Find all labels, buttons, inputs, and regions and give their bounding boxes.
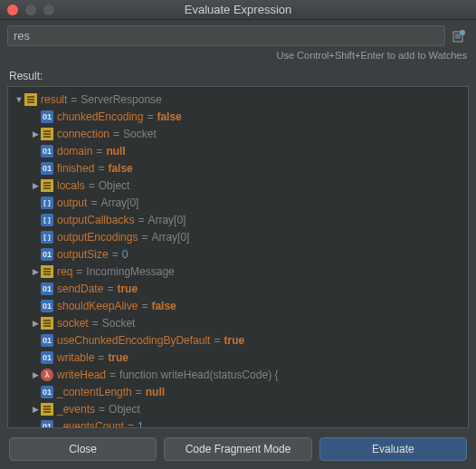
close-window-button[interactable]	[7, 5, 18, 15]
result-tree[interactable]: ▼result=ServerResponse▶01chunkedEncoding…	[7, 86, 469, 428]
field-name: _events	[57, 403, 95, 416]
svg-rect-22	[43, 320, 51, 321]
equals-separator: =	[113, 128, 119, 140]
primitive-icon: 01	[41, 300, 53, 312]
svg-rect-24	[43, 325, 51, 327]
field-name: useChunkedEncodingByDefault	[57, 334, 210, 347]
primitive-icon: 01	[41, 162, 53, 175]
svg-rect-12	[43, 136, 51, 138]
field-value: 1	[138, 420, 144, 429]
tree-row[interactable]: ▶01outputSize=0	[8, 245, 468, 263]
equals-separator: =	[98, 351, 104, 364]
field-value: Object	[109, 403, 140, 416]
field-value: Array[0]	[148, 214, 186, 226]
tree-row[interactable]: ▶[ ]output=Array[0]	[8, 194, 468, 211]
primitive-icon: 01	[41, 334, 53, 347]
zoom-window-button[interactable]	[43, 5, 54, 15]
tree-row[interactable]: ▶connection=Socket	[8, 125, 468, 142]
equals-separator: =	[76, 265, 82, 278]
equals-separator: =	[136, 386, 142, 398]
equals-separator: =	[89, 179, 95, 192]
tree-row[interactable]: ▶01chunkedEncoding=false	[8, 108, 468, 125]
evaluate-button[interactable]: Evaluate	[319, 437, 467, 461]
expand-arrow-icon[interactable]: ▶	[30, 405, 41, 414]
tree-row[interactable]: ▶01domain=null	[8, 142, 468, 159]
field-value: Object	[99, 179, 130, 192]
history-button[interactable]	[449, 25, 469, 46]
svg-rect-8	[27, 101, 34, 103]
svg-rect-14	[43, 182, 51, 184]
field-value: function writeHead(statusCode) {	[119, 368, 278, 381]
equals-separator: =	[112, 248, 119, 261]
equals-separator: =	[214, 334, 220, 347]
tree-row[interactable]: ▶[ ]outputCallbacks=Array[0]	[8, 211, 468, 228]
minimize-window-button[interactable]	[25, 5, 36, 15]
expand-arrow-icon[interactable]: ▶	[30, 319, 41, 328]
code-fragment-mode-button[interactable]: Code Fragment Mode	[164, 437, 311, 461]
equals-separator: =	[109, 368, 116, 381]
field-name: domain	[57, 145, 92, 158]
svg-rect-15	[43, 185, 51, 187]
button-row: Close Code Fragment Mode Evaluate	[0, 428, 476, 469]
field-name: outputCallbacks	[57, 214, 134, 226]
expression-row	[0, 20, 476, 48]
tree-row[interactable]: ▶socket=Socket	[8, 314, 468, 331]
equals-separator: =	[138, 214, 144, 226]
field-value: true	[224, 334, 244, 347]
result-label: Result:	[0, 66, 476, 86]
equals-separator: =	[99, 403, 105, 416]
tree-row[interactable]: ▼result=ServerResponse	[8, 91, 468, 108]
equals-separator: =	[141, 300, 148, 312]
field-name: connection	[57, 128, 109, 140]
field-value: Socket	[102, 317, 136, 330]
array-icon: [ ]	[41, 231, 53, 244]
object-icon	[41, 403, 53, 416]
tree-row[interactable]: ▶01useChunkedEncodingByDefault=true	[8, 331, 468, 349]
field-name: result	[41, 93, 67, 106]
svg-rect-20	[43, 273, 51, 275]
primitive-icon: 01	[41, 420, 53, 429]
field-name: socket	[57, 317, 89, 330]
tree-row[interactable]: ▶01finished=false	[8, 159, 468, 177]
expand-arrow-icon[interactable]: ▶	[30, 267, 41, 276]
object-icon	[41, 179, 53, 192]
tree-row[interactable]: ▶01sendDate=true	[8, 280, 468, 297]
object-icon	[41, 317, 53, 330]
svg-rect-28	[43, 411, 51, 413]
field-value: 0	[122, 248, 129, 261]
field-value: false	[108, 162, 132, 175]
primitive-icon: 01	[41, 282, 53, 295]
equals-separator: =	[92, 317, 99, 330]
expand-arrow-icon[interactable]: ▶	[30, 370, 41, 379]
tree-row[interactable]: ▶01_eventsCount=1	[8, 417, 468, 428]
expand-arrow-icon[interactable]: ▶	[30, 181, 41, 190]
close-button[interactable]: Close	[9, 437, 157, 461]
tree-row[interactable]: ▶λwriteHead=function writeHead(statusCod…	[8, 366, 468, 383]
svg-rect-6	[27, 96, 34, 98]
tree-row[interactable]: ▶01writable=true	[8, 349, 468, 366]
tree-row[interactable]: ▶[ ]outputEncodings=Array[0]	[8, 228, 468, 245]
collapse-arrow-icon[interactable]: ▼	[14, 95, 24, 104]
tree-row[interactable]: ▶_events=Object	[8, 400, 468, 417]
field-value: Socket	[123, 128, 157, 140]
tree-row[interactable]: ▶locals=Object	[8, 177, 468, 194]
svg-rect-7	[27, 99, 34, 100]
field-value: null	[106, 145, 125, 158]
field-value: IncomingMessage	[86, 265, 174, 278]
field-name: shouldKeepAlive	[57, 300, 138, 312]
tree-row[interactable]: ▶01shouldKeepAlive=false	[8, 297, 468, 314]
field-value: Array[0]	[151, 231, 189, 244]
expand-arrow-icon[interactable]: ▶	[30, 129, 41, 139]
expression-input[interactable]	[7, 25, 445, 46]
tree-row[interactable]: ▶req=IncomingMessage	[8, 263, 468, 280]
traffic-lights	[7, 5, 54, 15]
equals-separator: =	[71, 93, 77, 106]
tree-row[interactable]: ▶01_contentLength=null	[8, 383, 468, 400]
svg-rect-10	[43, 130, 51, 132]
field-value: ServerResponse	[81, 93, 161, 106]
object-icon	[41, 265, 53, 278]
field-name: req	[57, 265, 72, 278]
function-icon: λ	[41, 368, 53, 381]
titlebar: Evaluate Expression	[0, 0, 476, 20]
primitive-icon: 01	[41, 351, 53, 364]
